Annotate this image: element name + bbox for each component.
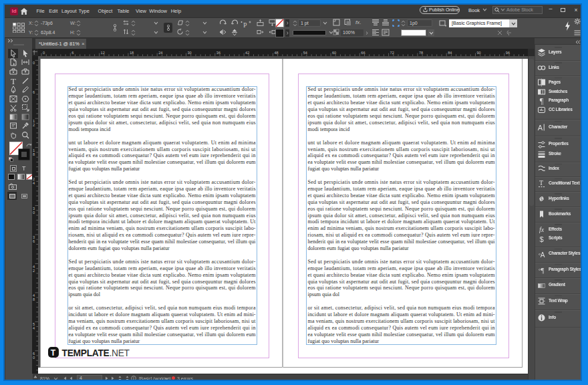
- svg-text:dolorem eum fugiat quo volupta: dolorem eum fugiat quo voluptas nulla pa…: [69, 245, 170, 251]
- svg-text:enim ad minima veniam, quis no: enim ad minima veniam, quis nostrum exer…: [307, 225, 494, 231]
- svg-text:aliquid ex ea commodi consequa: aliquid ex ea commodi consequatur? Quis …: [307, 325, 494, 331]
- svg-text:et quasi architecto beatae vit: et quasi architecto beatae vitae dicta s…: [69, 272, 257, 278]
- svg-text:48: 48: [274, 51, 278, 55]
- svg-text:fugiat quo voluptas nulla pari: fugiat quo voluptas nulla pariatur: [307, 338, 379, 344]
- svg-text:72: 72: [390, 51, 394, 55]
- svg-text:eos qui ratione voluptatem seq: eos qui ratione voluptatem sequi nesciun…: [69, 206, 257, 212]
- svg-text:90: 90: [477, 51, 481, 55]
- svg-text:ipsum quia dol: ipsum quia dol: [69, 291, 101, 297]
- svg-text:ipsum quia dolor sit amet, con: ipsum quia dolor sit amet, consectetur, …: [307, 120, 494, 126]
- svg-text:Sed ut perspiciatis unde omnis: Sed ut perspiciatis unde omnis iste natu…: [307, 86, 494, 92]
- svg-text:ipsum quia dolor sit amet, con: ipsum quia dolor sit amet, consectetur, …: [69, 120, 256, 126]
- svg-text:modi tempora incid: modi tempora incid: [307, 126, 349, 132]
- svg-text:¶: ¶: [541, 267, 545, 274]
- svg-text:fugiat quo voluptas nulla pari: fugiat quo voluptas nulla pariatur: [69, 166, 140, 172]
- svg-text:54: 54: [303, 51, 307, 55]
- svg-text:incidunt ut labore et dolore m: incidunt ut labore et dolore magnam aliq…: [69, 311, 256, 317]
- svg-text:Sed ut perspiciatis unde omnis: Sed ut perspiciatis unde omnis iste natu…: [307, 179, 494, 185]
- svg-text:emque laudantium, totam rem ap: emque laudantium, totam rem aperiam, eaq…: [69, 186, 256, 192]
- svg-text:6: 6: [33, 90, 35, 94]
- svg-text:ea voluptate velit esse quam n: ea voluptate velit esse quam nihil moles…: [69, 159, 257, 165]
- svg-text:30: 30: [188, 51, 192, 55]
- svg-text:et quasi architecto beatae vit: et quasi architecto beatae vitae dicta s…: [69, 192, 257, 199]
- svg-text:0: 0: [33, 211, 35, 215]
- svg-text:78: 78: [419, 51, 423, 55]
- svg-text:or sit amet, consectetur, adip: or sit amet, consectetur, adipisci velit…: [69, 305, 256, 311]
- svg-text:quia voluptas sit aspernatur a: quia voluptas sit aspernatur aut odit au…: [69, 199, 256, 205]
- svg-text:dolorem eum fugiat quo volupta: dolorem eum fugiat quo voluptas nulla pa…: [307, 245, 408, 251]
- svg-text:or sit amet, consectetur, adip: or sit amet, consectetur, adipisci velit…: [307, 305, 494, 311]
- svg-text:0: 0: [43, 51, 45, 55]
- svg-text:modi tempora incidunt ut labor: modi tempora incidunt ut labore et dolor…: [307, 219, 495, 225]
- svg-text:modi tempora incidunt ut labor: modi tempora incidunt ut labore et dolor…: [69, 219, 257, 225]
- svg-text:$: $: [539, 235, 543, 243]
- svg-text:et quasi architecto beatae vit: et quasi architecto beatae vitae dicta s…: [307, 192, 495, 199]
- svg-text:et quasi architecto beatae vit: et quasi architecto beatae vitae dicta s…: [307, 100, 495, 106]
- svg-text:2: 2: [33, 269, 35, 273]
- svg-text:Sed ut perspiciatis unde omnis: Sed ut perspiciatis unde omnis iste natu…: [69, 179, 256, 185]
- svg-text:96: 96: [506, 51, 510, 55]
- svg-text:ma veniam, quis nostrum exerci: ma veniam, quis nostrum exercitationem u…: [307, 318, 495, 324]
- svg-text:6: 6: [33, 239, 35, 243]
- svg-text:eos qui ratione voluptatem seq: eos qui ratione voluptatem sequi nesciun…: [307, 206, 495, 212]
- svg-text:enim ad minima veniam, quis no: enim ad minima veniam, quis nostrum exer…: [69, 225, 256, 231]
- svg-text:36: 36: [216, 51, 220, 55]
- svg-text:modi tempora incid: modi tempora incid: [69, 126, 111, 132]
- svg-text:aliquid ex ea commodi consequa: aliquid ex ea commodi consequatur? Quis …: [69, 325, 256, 331]
- svg-text:T: T: [539, 179, 543, 186]
- svg-text:Sed ut perspiciatis unde omnis: Sed ut perspiciatis unde omnis iste natu…: [69, 259, 256, 265]
- svg-text:aliquid ex ea commodi consequa: aliquid ex ea commodi consequatur? Quis …: [69, 152, 256, 158]
- svg-text:84: 84: [448, 51, 452, 55]
- svg-text:veniam, quis nostrum exercitat: veniam, quis nostrum exercitationem ulla…: [69, 146, 257, 152]
- svg-text:henderit qui in ea voluptate v: henderit qui in ea voluptate velit esse …: [307, 239, 495, 245]
- svg-text:ea voluptate velit esse quam n: ea voluptate velit esse quam nihil moles…: [307, 159, 495, 165]
- svg-text:8: 8: [33, 152, 35, 156]
- svg-text:unt ut labore et dolore magnam: unt ut labore et dolore magnam aliquam q…: [307, 140, 494, 146]
- svg-text:eos qui ratione voluptatem seq: eos qui ratione voluptatem sequi nesciun…: [69, 113, 257, 119]
- svg-text:quia voluptas sit aspernatur a: quia voluptas sit aspernatur aut odit au…: [307, 279, 494, 285]
- svg-text:T: T: [11, 77, 16, 85]
- svg-text:et quasi architecto beatae vit: et quasi architecto beatae vitae dicta s…: [307, 272, 495, 278]
- svg-text:fx: fx: [539, 226, 545, 233]
- svg-text:ea voluptate velit esse quam n: ea voluptate velit esse quam nihil moles…: [307, 332, 495, 338]
- svg-text:A: A: [538, 124, 543, 132]
- svg-text:¶: ¶: [540, 96, 544, 105]
- svg-text:12: 12: [101, 51, 105, 55]
- svg-text:fugiat quo voluptas nulla pari: fugiat quo voluptas nulla pariatur: [69, 338, 140, 344]
- svg-text:18: 18: [130, 51, 134, 55]
- svg-text:unt ut labore et dolore magnam: unt ut labore et dolore magnam aliquam q…: [69, 140, 256, 146]
- svg-text:quia voluptas sit aspernatur a: quia voluptas sit aspernatur aut odit au…: [69, 106, 256, 112]
- svg-text:et quasi architecto beatae vit: et quasi architecto beatae vitae dicta s…: [69, 100, 257, 106]
- svg-text:ipsum quia dol: ipsum quia dol: [307, 291, 339, 297]
- svg-text:2: 2: [33, 123, 35, 127]
- svg-text:aliquid ex ea commodi consequa: aliquid ex ea commodi consequatur? Quis …: [307, 152, 494, 158]
- svg-text:ea voluptate velit esse quam n: ea voluptate velit esse quam nihil moles…: [69, 332, 257, 338]
- svg-text:4: 4: [33, 326, 35, 330]
- svg-text:ma veniam, quis nostrum exerci: ma veniam, quis nostrum exercitationem u…: [69, 318, 257, 324]
- svg-text:emque laudantium, totam rem ap: emque laudantium, totam rem aperiam, eaq…: [307, 265, 494, 271]
- svg-text:0: 0: [33, 61, 35, 65]
- svg-text:24: 24: [158, 51, 162, 55]
- svg-text:Sed ut perspiciatis unde omnis: Sed ut perspiciatis unde omnis iste natu…: [307, 259, 494, 265]
- svg-text:veniam, quis nostrum exercitat: veniam, quis nostrum exercitationem ulla…: [307, 146, 495, 152]
- svg-text:8: 8: [33, 297, 35, 301]
- svg-text:4: 4: [33, 181, 35, 185]
- svg-text:quia voluptas sit aspernatur a: quia voluptas sit aspernatur aut odit au…: [307, 106, 494, 112]
- svg-text:riosam, nisi ut aliquid ex ea: riosam, nisi ut aliquid ex ea commodi co…: [307, 232, 494, 238]
- svg-text:eos qui ratione voluptatem seq: eos qui ratione voluptatem sequi nesciun…: [69, 285, 257, 291]
- svg-text:66: 66: [361, 51, 365, 55]
- svg-text:eos qui ratione voluptatem seq: eos qui ratione voluptatem sequi nesciun…: [307, 285, 495, 291]
- svg-text:P: P: [243, 21, 247, 29]
- svg-text:eos qui ratione voluptatem seq: eos qui ratione voluptatem sequi nesciun…: [307, 113, 495, 119]
- svg-text:emque laudantium, totam rem ap: emque laudantium, totam rem aperiam, eaq…: [69, 93, 256, 99]
- svg-text:60: 60: [332, 51, 336, 55]
- svg-text:emque laudantium, totam rem ap: emque laudantium, totam rem aperiam, eaq…: [307, 93, 494, 99]
- svg-text:emque laudantium, totam rem ap: emque laudantium, totam rem aperiam, eaq…: [307, 186, 494, 192]
- svg-text:riosam, nisi ut aliquid ex ea: riosam, nisi ut aliquid ex ea commodi co…: [69, 232, 256, 238]
- svg-text:0: 0: [33, 356, 35, 360]
- svg-text:42: 42: [245, 51, 249, 55]
- svg-text:fugiat quo voluptas nulla pari: fugiat quo voluptas nulla pariatur: [307, 166, 379, 172]
- svg-text:A: A: [541, 251, 545, 258]
- svg-text:Sed ut perspiciatis unde omnis: Sed ut perspiciatis unde omnis iste natu…: [69, 86, 256, 92]
- svg-text:6: 6: [71, 51, 74, 55]
